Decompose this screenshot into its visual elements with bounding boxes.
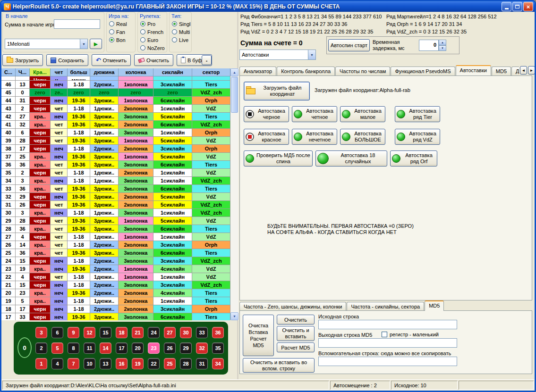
start-sum-input[interactable]	[54, 19, 100, 29]
autobet-krasnoe-button[interactable]: Автоставка красное	[244, 129, 289, 145]
close-button[interactable]: ×	[523, 2, 533, 11]
board-number[interactable]: 9	[68, 327, 79, 338]
chevron-down-icon[interactable]: ▼	[308, 50, 315, 59]
autobet-chetnoe-button[interactable]: Автоставка четное	[292, 106, 337, 122]
bottom-tab-0[interactable]: Частота - Zero, шансы, дюжины, колонки	[239, 302, 346, 311]
output-string-input[interactable]	[318, 338, 457, 348]
board-zero[interactable]: 0	[17, 337, 32, 358]
scrollbar-thumb[interactable]	[231, 77, 238, 113]
board-number[interactable]: 23	[148, 342, 160, 354]
board-number[interactable]: 22	[148, 358, 160, 369]
play-button[interactable]: ▶	[90, 39, 102, 49]
chevron-down-icon[interactable]: ▼	[80, 39, 87, 49]
board-number[interactable]: 21	[132, 327, 144, 338]
board-number[interactable]: 20	[132, 342, 144, 354]
board-number[interactable]: 4	[51, 358, 63, 369]
board-number[interactable]: 35	[212, 342, 224, 354]
source-string-input[interactable]	[318, 320, 457, 329]
clear-paste-calc-button[interactable]: Очистка Вставка Расчет MD5	[243, 315, 274, 356]
autobets-combo[interactable]: Автоставки ▼	[239, 50, 316, 60]
tab-scroll-left-button[interactable]: ◄	[520, 66, 527, 75]
board-number[interactable]: 3	[35, 327, 47, 338]
board-number[interactable]: 16	[116, 358, 128, 369]
load-coords-button[interactable]: Загрузить файл координат	[244, 82, 310, 100]
autospin-start-button[interactable]: Автоспин старт	[328, 39, 370, 51]
clear-paste-aux-button[interactable]: Очистить и вставить во вспом. строку	[243, 358, 315, 373]
board-number[interactable]: 10	[84, 358, 95, 369]
radio-multi[interactable]: Multi	[172, 29, 189, 35]
board-number[interactable]: 6	[51, 327, 63, 338]
radio-euro[interactable]: Euro	[140, 37, 164, 43]
board-number[interactable]: 13	[100, 358, 111, 369]
board-number[interactable]: 29	[180, 342, 192, 354]
main-tab-1[interactable]: Контроль банкролла	[277, 67, 335, 75]
profile-combo[interactable]: 1Melonati ▼	[5, 39, 88, 49]
main-tab-6[interactable]: Делени	[511, 67, 519, 75]
radio-fan[interactable]: Fan	[109, 29, 133, 35]
autobet-check-md5-button[interactable]: Проверить МД5 после спина	[244, 150, 313, 167]
aux-string-input[interactable]	[318, 357, 457, 366]
radio-french[interactable]: French	[140, 29, 164, 35]
board-number[interactable]: 7	[68, 358, 79, 369]
minimize-button[interactable]	[502, 2, 511, 11]
autobet-bolshoe-button[interactable]: Автоставка БОЛЬШОЕ	[340, 129, 385, 145]
board-number[interactable]: 1	[35, 358, 47, 369]
board-number[interactable]: 11	[84, 342, 95, 354]
board-number[interactable]: 8	[68, 342, 79, 354]
spinner-up-icon[interactable]: ▲	[439, 40, 446, 45]
autobet-chernoe-button[interactable]: Автоставка черное	[244, 106, 289, 122]
delay-value[interactable]: 0	[419, 40, 439, 51]
board-number[interactable]: 25	[164, 358, 176, 369]
autobet-ryad-vdz-button[interactable]: Автоставка ряд VdZ	[395, 129, 440, 145]
board-number[interactable]: 24	[148, 327, 160, 338]
board-number[interactable]: 14	[100, 342, 111, 354]
autobet-nechetnoe-button[interactable]: Автоставка нечетное	[292, 129, 337, 145]
collapse-button[interactable]: -	[202, 55, 212, 65]
board-number[interactable]: 2	[35, 342, 47, 354]
board-number[interactable]: 34	[212, 358, 224, 369]
autobet-random-18-button[interactable]: Автоставка 18 случайных	[315, 150, 387, 167]
board-number[interactable]: 15	[100, 327, 111, 338]
board-number[interactable]: 30	[180, 327, 192, 338]
board-number[interactable]: 32	[196, 342, 208, 354]
scroll-down-icon[interactable]: ▼	[230, 312, 238, 320]
board-number[interactable]: 26	[164, 342, 176, 354]
autobet-ryad-tier-button[interactable]: Автоставка ряд Tier	[395, 106, 440, 122]
clear-paste-button[interactable]: Очистить и вставить	[277, 326, 315, 341]
radio-singl[interactable]: Singl	[172, 21, 189, 27]
main-tab-4[interactable]: Автоставки	[456, 65, 491, 75]
board-number[interactable]: 17	[116, 342, 128, 354]
board-number[interactable]: 31	[196, 358, 208, 369]
autobet-maloe-button[interactable]: Автоставка малое	[340, 106, 385, 122]
board-number[interactable]: 28	[180, 358, 192, 369]
load-button[interactable]: Загрузить	[2, 54, 43, 66]
main-tab-2[interactable]: Частоты по числам	[335, 67, 390, 75]
board-number[interactable]: 12	[84, 327, 95, 338]
clear-button[interactable]: Очистить	[134, 54, 173, 66]
board-number[interactable]: 27	[164, 327, 176, 338]
scroll-up-icon[interactable]: ▲	[230, 68, 238, 76]
undo-button[interactable]: Отменить	[92, 54, 131, 66]
register-checkbox[interactable]	[382, 332, 387, 337]
main-tab-0[interactable]: Анализатор	[239, 67, 276, 75]
autobet-ryad-orf-button[interactable]: Автоставка ряд Orf	[390, 150, 437, 167]
clear-button[interactable]: Очистить	[277, 315, 315, 325]
bottom-tab-1[interactable]: Частота - сиклайны, сектора	[347, 302, 424, 311]
save-button[interactable]: Сохранить	[46, 54, 88, 66]
bottom-tab-2[interactable]: MD5	[425, 300, 444, 311]
board-number[interactable]: 19	[132, 358, 144, 369]
main-tab-5[interactable]: MD5	[492, 67, 511, 75]
maximize-button[interactable]	[512, 2, 522, 11]
board-number[interactable]: 36	[212, 327, 224, 338]
table-scrollbar[interactable]: ▲ ▼	[230, 68, 238, 320]
radio-pro[interactable]: Pro	[140, 21, 164, 27]
board-number[interactable]: 5	[51, 342, 63, 354]
main-tab-3[interactable]: Функционал PsevdoMS	[391, 67, 455, 75]
radio-live[interactable]: Live	[172, 37, 189, 43]
spinner-down-icon[interactable]: ▼	[439, 45, 446, 51]
board-number[interactable]: 33	[196, 327, 208, 338]
radio-nozero[interactable]: NoZero	[140, 45, 164, 51]
radio-bon[interactable]: Bon	[109, 37, 133, 43]
calc-md5-button[interactable]: Расчет MD5	[277, 342, 315, 352]
radio-real[interactable]: Real	[109, 21, 133, 27]
